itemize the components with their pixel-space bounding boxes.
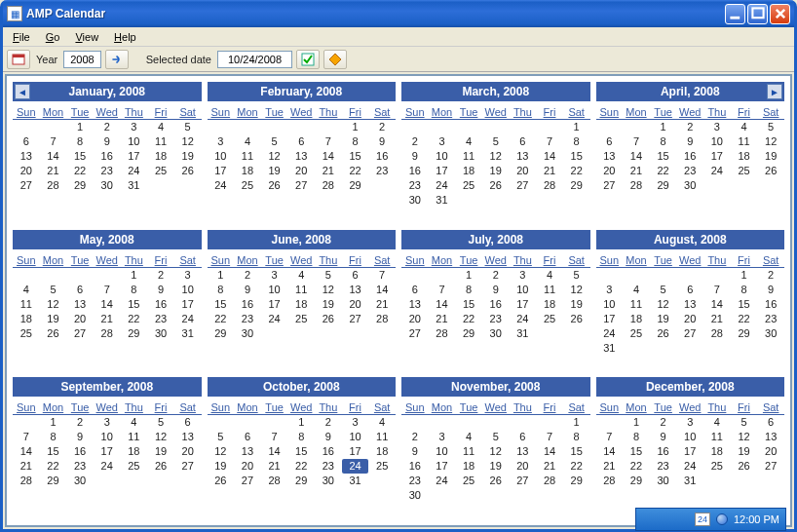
day-cell[interactable]: 30 bbox=[676, 178, 703, 193]
day-cell[interactable]: 2 bbox=[482, 268, 510, 283]
day-cell[interactable]: 9 bbox=[94, 134, 121, 149]
day-cell[interactable]: 10 bbox=[429, 444, 456, 459]
day-cell[interactable]: 23 bbox=[147, 312, 174, 326]
day-cell[interactable]: 20 bbox=[757, 444, 784, 459]
day-cell[interactable]: 26 bbox=[315, 312, 342, 326]
day-cell[interactable]: 15 bbox=[287, 444, 315, 459]
day-cell[interactable]: 10 bbox=[596, 297, 624, 312]
day-cell[interactable]: 30 bbox=[650, 474, 677, 488]
day-cell[interactable]: 3 bbox=[596, 283, 624, 297]
day-cell[interactable]: 13 bbox=[174, 430, 202, 444]
day-cell[interactable]: 24 bbox=[676, 459, 703, 474]
menu-file[interactable]: File bbox=[5, 29, 38, 45]
day-cell[interactable]: 19 bbox=[147, 444, 174, 459]
day-cell[interactable]: 27 bbox=[342, 312, 369, 326]
day-cell[interactable]: 3 bbox=[261, 268, 288, 283]
day-cell[interactable]: 23 bbox=[757, 312, 784, 326]
menu-go[interactable]: Go bbox=[38, 29, 68, 45]
day-cell[interactable]: 25 bbox=[455, 474, 482, 488]
day-cell[interactable]: 25 bbox=[455, 178, 482, 193]
next-year-button[interactable]: ► bbox=[767, 84, 782, 99]
day-cell[interactable]: 25 bbox=[147, 164, 174, 178]
day-cell[interactable]: 4 bbox=[623, 283, 650, 297]
day-cell[interactable]: 8 bbox=[342, 134, 369, 149]
day-cell[interactable]: 6 bbox=[676, 283, 703, 297]
tray-calendar-icon[interactable]: 24 bbox=[695, 513, 710, 526]
day-cell[interactable]: 14 bbox=[40, 149, 67, 164]
day-cell[interactable]: 3 bbox=[429, 430, 456, 444]
day-cell[interactable]: 26 bbox=[482, 474, 510, 488]
day-cell[interactable]: 29 bbox=[563, 178, 590, 193]
day-cell[interactable]: 8 bbox=[40, 430, 67, 444]
day-cell[interactable]: 19 bbox=[261, 164, 288, 178]
day-cell[interactable]: 24 bbox=[94, 459, 121, 474]
day-cell[interactable]: 2 bbox=[401, 134, 429, 149]
day-cell[interactable]: 14 bbox=[94, 297, 121, 312]
maximize-button[interactable] bbox=[747, 4, 768, 24]
day-cell[interactable]: 19 bbox=[40, 312, 67, 326]
day-cell[interactable]: 20 bbox=[342, 297, 369, 312]
day-cell[interactable]: 19 bbox=[482, 459, 510, 474]
day-cell[interactable]: 30 bbox=[234, 326, 261, 341]
day-cell[interactable]: 10 bbox=[510, 283, 537, 297]
day-cell[interactable]: 17 bbox=[208, 164, 235, 178]
day-cell[interactable]: 16 bbox=[147, 297, 174, 312]
selected-date-display[interactable]: 10/24/2008 bbox=[217, 51, 292, 68]
day-cell[interactable]: 12 bbox=[174, 134, 202, 149]
day-cell[interactable]: 4 bbox=[147, 120, 174, 134]
day-cell[interactable]: 5 bbox=[482, 430, 510, 444]
day-cell[interactable]: 1 bbox=[40, 415, 67, 430]
day-cell[interactable]: 28 bbox=[261, 474, 288, 488]
day-cell[interactable]: 25 bbox=[121, 459, 148, 474]
day-cell[interactable]: 11 bbox=[455, 149, 482, 164]
day-cell[interactable]: 11 bbox=[455, 444, 482, 459]
day-cell[interactable]: 30 bbox=[401, 488, 429, 503]
day-cell[interactable]: 22 bbox=[208, 312, 235, 326]
day-cell[interactable]: 18 bbox=[13, 312, 40, 326]
day-cell[interactable]: 20 bbox=[287, 164, 315, 178]
day-cell[interactable]: 3 bbox=[510, 268, 537, 283]
day-cell[interactable]: 21 bbox=[40, 164, 67, 178]
day-cell[interactable]: 6 bbox=[596, 134, 624, 149]
day-cell[interactable]: 28 bbox=[703, 326, 731, 341]
day-cell[interactable]: 12 bbox=[650, 297, 677, 312]
day-cell[interactable]: 20 bbox=[66, 312, 94, 326]
day-cell[interactable]: 14 bbox=[536, 444, 563, 459]
day-cell[interactable]: 28 bbox=[596, 474, 624, 488]
day-cell[interactable]: 21 bbox=[94, 312, 121, 326]
day-cell[interactable]: 24 bbox=[174, 312, 202, 326]
day-cell[interactable]: 5 bbox=[757, 120, 784, 134]
day-cell[interactable]: 24 bbox=[703, 164, 731, 178]
day-cell[interactable]: 26 bbox=[650, 326, 677, 341]
day-cell[interactable]: 5 bbox=[208, 430, 235, 444]
day-cell[interactable]: 15 bbox=[208, 297, 235, 312]
day-cell[interactable]: 23 bbox=[401, 178, 429, 193]
day-cell[interactable]: 19 bbox=[757, 149, 784, 164]
day-cell[interactable]: 17 bbox=[342, 444, 369, 459]
day-cell[interactable]: 12 bbox=[482, 149, 510, 164]
day-cell[interactable]: 1 bbox=[287, 415, 315, 430]
day-cell[interactable]: 5 bbox=[40, 283, 67, 297]
day-cell[interactable]: 17 bbox=[510, 297, 537, 312]
day-cell[interactable]: 13 bbox=[510, 149, 537, 164]
day-cell[interactable]: 14 bbox=[429, 297, 456, 312]
day-cell[interactable]: 30 bbox=[94, 178, 121, 193]
day-cell[interactable]: 16 bbox=[368, 149, 396, 164]
day-cell[interactable]: 4 bbox=[121, 415, 148, 430]
day-cell[interactable]: 12 bbox=[208, 444, 235, 459]
day-cell[interactable]: 30 bbox=[315, 474, 342, 488]
day-cell[interactable]: 13 bbox=[757, 430, 784, 444]
day-cell[interactable]: 5 bbox=[147, 415, 174, 430]
day-cell[interactable]: 15 bbox=[563, 149, 590, 164]
day-cell[interactable]: 5 bbox=[174, 120, 202, 134]
day-cell[interactable]: 10 bbox=[261, 283, 288, 297]
day-cell[interactable]: 25 bbox=[287, 312, 315, 326]
day-cell[interactable]: 2 bbox=[401, 430, 429, 444]
day-cell[interactable]: 31 bbox=[174, 326, 202, 341]
day-cell[interactable]: 8 bbox=[66, 134, 94, 149]
day-cell[interactable]: 6 bbox=[234, 430, 261, 444]
day-cell[interactable]: 27 bbox=[234, 474, 261, 488]
day-cell[interactable]: 7 bbox=[13, 430, 40, 444]
day-cell[interactable]: 1 bbox=[731, 268, 758, 283]
day-cell[interactable]: 20 bbox=[510, 164, 537, 178]
